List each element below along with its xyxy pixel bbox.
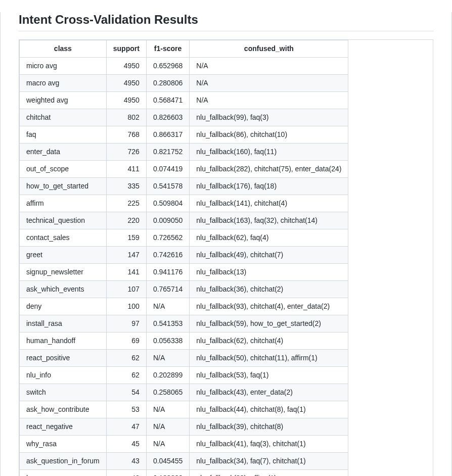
table-row: macro avg49500.280806N/A bbox=[20, 75, 348, 92]
table-row: out_of_scope4110.074419nlu_fallback(282)… bbox=[20, 161, 348, 178]
cell-f1: 0.280806 bbox=[146, 75, 189, 92]
cell-support: 54 bbox=[106, 384, 146, 401]
cell-class: greet bbox=[20, 247, 107, 264]
cell-class: technical_question bbox=[20, 212, 107, 229]
cell-support: 53 bbox=[106, 401, 146, 418]
table-row: deny100N/Anlu_fallback(93), chitchat(4),… bbox=[20, 298, 348, 315]
cell-f1: 0.652968 bbox=[146, 58, 189, 75]
table-row: ask_how_contribute53N/Anlu_fallback(44),… bbox=[20, 401, 348, 418]
cell-support: 45 bbox=[106, 436, 146, 453]
cell-confused: N/A bbox=[190, 75, 348, 92]
cell-f1: 0.074419 bbox=[146, 161, 189, 178]
table-row: bye420.133333nlu_fallback(38), affirm(1) bbox=[20, 470, 348, 476]
cell-confused: nlu_fallback(50), chitchat(11), affirm(1… bbox=[190, 350, 348, 367]
cell-confused: nlu_fallback(34), faq(7), chitchat(1) bbox=[190, 453, 348, 470]
cell-support: 42 bbox=[106, 470, 146, 476]
cell-confused: nlu_fallback(282), chitchat(75), enter_d… bbox=[190, 161, 348, 178]
results-table: class support f1-score confused_with mic… bbox=[19, 39, 433, 476]
cell-support: 411 bbox=[106, 161, 146, 178]
table-row: switch540.258065nlu_fallback(43), enter_… bbox=[20, 384, 348, 401]
cell-f1: 0.045455 bbox=[146, 453, 189, 470]
cell-confused: nlu_fallback(99), faq(3) bbox=[190, 109, 348, 126]
cell-confused: nlu_fallback(163), faq(32), chitchat(14) bbox=[190, 212, 348, 229]
table-row: greet1470.742616nlu_fallback(49), chitch… bbox=[20, 247, 348, 264]
cell-f1: N/A bbox=[146, 401, 189, 418]
cell-f1: 0.821752 bbox=[146, 144, 189, 161]
cell-confused: nlu_fallback(43), enter_data(2) bbox=[190, 384, 348, 401]
cell-confused: nlu_fallback(86), chitchat(10) bbox=[190, 126, 348, 144]
cell-support: 107 bbox=[106, 281, 146, 298]
cell-f1: 0.941176 bbox=[146, 264, 189, 281]
table-row: human_handoff690.056338nlu_fallback(62),… bbox=[20, 332, 348, 350]
table-row: ask_which_events1070.765714nlu_fallback(… bbox=[20, 281, 348, 298]
cell-class: switch bbox=[20, 384, 107, 401]
table-row: contact_sales1590.726562nlu_fallback(62)… bbox=[20, 229, 348, 247]
cell-f1: 0.568471 bbox=[146, 92, 189, 109]
cell-support: 4950 bbox=[106, 75, 146, 92]
cell-confused: N/A bbox=[190, 58, 348, 75]
cell-class: deny bbox=[20, 298, 107, 315]
cell-f1: 0.056338 bbox=[146, 332, 189, 350]
cell-f1: N/A bbox=[146, 436, 189, 453]
cell-class: weighted avg bbox=[20, 92, 107, 109]
cell-class: why_rasa bbox=[20, 436, 107, 453]
cell-confused: nlu_fallback(44), chitchat(8), faq(1) bbox=[190, 401, 348, 418]
table-row: technical_question2200.009050nlu_fallbac… bbox=[20, 212, 348, 229]
cell-confused: nlu_fallback(62), faq(4) bbox=[190, 229, 348, 247]
cell-class: faq bbox=[20, 126, 107, 144]
cell-support: 4950 bbox=[106, 92, 146, 109]
table-row: install_rasa970.541353nlu_fallback(59), … bbox=[20, 315, 348, 332]
table-row: react_negative47N/Anlu_fallback(39), chi… bbox=[20, 418, 348, 436]
cell-support: 69 bbox=[106, 332, 146, 350]
cell-confused: nlu_fallback(160), faq(11) bbox=[190, 144, 348, 161]
cell-confused: nlu_fallback(59), how_to_get_started(2) bbox=[190, 315, 348, 332]
cell-confused: nlu_fallback(36), chitchat(2) bbox=[190, 281, 348, 298]
table-row: micro avg49500.652968N/A bbox=[20, 58, 348, 75]
cell-f1: 0.541578 bbox=[146, 178, 189, 195]
cell-class: affirm bbox=[20, 195, 107, 212]
table-row: faq7680.866317nlu_fallback(86), chitchat… bbox=[20, 126, 348, 144]
cell-f1: 0.765714 bbox=[146, 281, 189, 298]
cell-f1: 0.509804 bbox=[146, 195, 189, 212]
cell-confused: nlu_fallback(53), faq(1) bbox=[190, 367, 348, 384]
cell-support: 62 bbox=[106, 367, 146, 384]
cell-support: 768 bbox=[106, 126, 146, 144]
cell-class: ask_which_events bbox=[20, 281, 107, 298]
cell-class: react_negative bbox=[20, 418, 107, 436]
cell-f1: 0.726562 bbox=[146, 229, 189, 247]
table-header-row: class support f1-score confused_with bbox=[20, 40, 348, 58]
cell-confused: nlu_fallback(49), chitchat(7) bbox=[190, 247, 348, 264]
table-row: ask_question_in_forum430.045455nlu_fallb… bbox=[20, 453, 348, 470]
cell-confused: nlu_fallback(93), chitchat(4), enter_dat… bbox=[190, 298, 348, 315]
table-row: why_rasa45N/Anlu_fallback(41), faq(3), c… bbox=[20, 436, 348, 453]
cell-support: 43 bbox=[106, 453, 146, 470]
cell-class: out_of_scope bbox=[20, 161, 107, 178]
cell-class: install_rasa bbox=[20, 315, 107, 332]
cell-f1: 0.826603 bbox=[146, 109, 189, 126]
cell-support: 141 bbox=[106, 264, 146, 281]
table-row: weighted avg49500.568471N/A bbox=[20, 92, 348, 109]
cell-f1: N/A bbox=[146, 298, 189, 315]
cell-class: bye bbox=[20, 470, 107, 476]
cell-class: chitchat bbox=[20, 109, 107, 126]
cell-f1: 0.742616 bbox=[146, 247, 189, 264]
cell-support: 4950 bbox=[106, 58, 146, 75]
table-row: signup_newsletter1410.941176nlu_fallback… bbox=[20, 264, 348, 281]
cell-f1: 0.866317 bbox=[146, 126, 189, 144]
cell-class: contact_sales bbox=[20, 229, 107, 247]
cell-f1: 0.133333 bbox=[146, 470, 189, 476]
cell-confused: nlu_fallback(176), faq(18) bbox=[190, 178, 348, 195]
cell-support: 220 bbox=[106, 212, 146, 229]
cell-confused: nlu_fallback(13) bbox=[190, 264, 348, 281]
cell-support: 159 bbox=[106, 229, 146, 247]
cell-class: how_to_get_started bbox=[20, 178, 107, 195]
page-title: Intent Cross-Validation Results bbox=[19, 12, 433, 31]
table-row: enter_data7260.821752nlu_fallback(160), … bbox=[20, 144, 348, 161]
cell-support: 147 bbox=[106, 247, 146, 264]
cell-f1: 0.009050 bbox=[146, 212, 189, 229]
cell-confused: N/A bbox=[190, 92, 348, 109]
cell-f1: N/A bbox=[146, 418, 189, 436]
document-content: Intent Cross-Validation Results class su… bbox=[0, 12, 452, 476]
header-support: support bbox=[106, 40, 146, 58]
cell-support: 62 bbox=[106, 350, 146, 367]
